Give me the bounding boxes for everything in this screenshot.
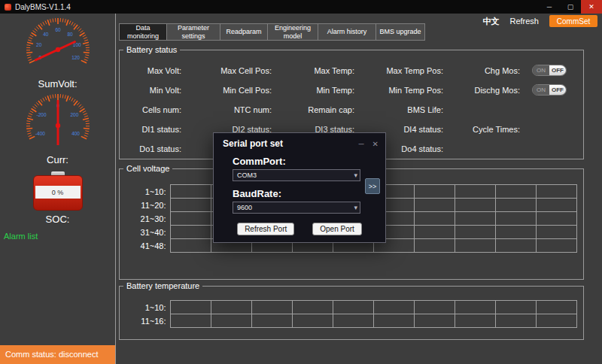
cell-voltage-cell (536, 185, 576, 199)
status-label-min-temp: Min Temp: (272, 80, 354, 100)
tab-parameter-settings[interactable]: Parameter settings (166, 23, 220, 41)
cell-voltage-cell (536, 239, 576, 253)
app-logo-icon (5, 4, 11, 11)
cell-voltage-cell (536, 212, 576, 226)
status-label-max-temp: Max Temp: (272, 61, 354, 80)
status-extra: ONOFF (520, 61, 583, 80)
battery-status-title: Battery status (123, 45, 180, 54)
cell-voltage-cell (495, 199, 536, 212)
tab-alarm-history[interactable]: Alarm history (318, 23, 376, 41)
cell-voltage-cell (495, 185, 536, 199)
cell-voltage-cell (455, 226, 495, 239)
commset-button[interactable]: CommSet (549, 15, 597, 27)
status-label-min-cell-pos: Min Cell Pos: (181, 80, 272, 100)
open-port-button[interactable]: Open Port (312, 223, 362, 235)
current-gauge: -400-2000200400 (11, 91, 105, 154)
tab-data-monitoring[interactable]: Data monitoring (119, 23, 167, 41)
status-label-max-temp-pos: Max Temp Pos: (354, 61, 443, 80)
cell-voltage-cell (495, 212, 536, 226)
battery-temperature-cell (170, 301, 211, 314)
refresh-button[interactable]: Refresh (509, 17, 539, 26)
status-extra: ONOFF (520, 80, 583, 100)
cell-voltage-cell (414, 199, 455, 212)
maximize-icon[interactable]: ▢ (560, 0, 581, 14)
cell-voltage-row-label: 21~30: (123, 212, 170, 226)
commport-select[interactable]: COM3 ▾ (233, 169, 360, 181)
battery-temperature-row: 11~16: (123, 314, 576, 328)
tab-engineering-model[interactable]: Engineering model (267, 23, 318, 41)
cell-voltage-cell (170, 212, 211, 226)
battery-temperature-table: 1~10:11~16: (123, 300, 577, 328)
svg-text:60: 60 (55, 27, 61, 32)
minimize-icon[interactable]: ─ (539, 0, 560, 14)
battery-temperature-cell (333, 314, 373, 328)
tab-bar: Data monitoringParameter settingsReadpar… (119, 23, 425, 41)
cell-voltage-cell (495, 226, 536, 239)
battery-temperature-cell (211, 301, 251, 314)
baudrate-select[interactable]: 9600 ▾ (233, 202, 360, 214)
battery-temperature-cell (536, 301, 576, 314)
battery-soc-icon: 0 % (33, 171, 83, 211)
status-label-ntc-num: NTC num: (181, 100, 272, 120)
dialog-minimize-icon[interactable]: ─ (359, 140, 364, 148)
sumvolt-gauge: 020406080100120 (11, 15, 105, 78)
battery-temperature-title: Battery temperature (123, 281, 202, 290)
battery-temperature-cell (170, 314, 211, 328)
status-label-min-volt: Min Volt: (120, 80, 181, 100)
alarm-list-label: Alarm list (4, 232, 38, 241)
battery-temperature-cell (495, 314, 536, 328)
sidebar: 020406080100120 SumVolt: -400-2000200400… (0, 14, 116, 364)
expand-button[interactable]: >> (365, 178, 380, 194)
cell-voltage-cell (414, 239, 455, 253)
refresh-port-button[interactable]: Refresh Port (237, 223, 294, 235)
chg-mos-toggle[interactable]: ONOFF (532, 65, 567, 76)
status-label-min-temp-pos: Min Temp Pos: (354, 80, 443, 100)
toggle-on-label: ON (533, 65, 549, 75)
battery-temperature-group: Battery temperature 1~10:11~16: (119, 286, 584, 340)
battery-temperature-cell (373, 301, 414, 314)
svg-text:80: 80 (67, 32, 73, 37)
status-label-cycle-times: Cycle Times: (443, 120, 520, 139)
battery-temperature-cell (536, 314, 576, 328)
battery-temperature-cell (495, 301, 536, 314)
svg-text:20: 20 (36, 42, 42, 47)
chevron-down-icon: ▾ (354, 202, 357, 213)
battery-temperature-cell (292, 301, 333, 314)
dischg-mos-toggle[interactable]: ONOFF (532, 84, 567, 96)
battery-temperature-row-label: 1~10: (123, 301, 170, 314)
cell-voltage-row-label: 11~20: (123, 199, 170, 212)
dialog-buttons: Refresh Port Open Port (214, 223, 385, 235)
status-spacer (443, 139, 520, 159)
battery-temperature-cell (455, 301, 495, 314)
battery-temperature-cell (414, 314, 455, 328)
cell-voltage-cell (536, 226, 576, 239)
close-icon[interactable]: ✕ (581, 0, 602, 14)
tab-bms-upgrade[interactable]: BMS upgrade (375, 23, 425, 41)
battery-temperature-cell (292, 314, 333, 328)
cell-voltage-cell (536, 199, 576, 212)
battery-temperature-cell (414, 301, 455, 314)
svg-text:40: 40 (43, 32, 49, 37)
status-label-max-volt: Max Volt: (120, 61, 181, 80)
commport-value: COM3 (237, 171, 257, 179)
cell-voltage-cell (455, 212, 495, 226)
dialog-close-icon[interactable]: ✕ (372, 140, 379, 148)
status-label-bms-life: BMS Life: (354, 100, 443, 120)
status-label-remain-cap: Remain cap: (272, 100, 354, 120)
baudrate-label: BaudRate: (233, 188, 385, 199)
cell-voltage-cell (455, 199, 495, 212)
cell-voltage-cell (414, 185, 455, 199)
status-label-do1-status: Do1 status: (120, 139, 181, 159)
cell-voltage-cell (455, 239, 495, 253)
battery-temperature-cell (455, 314, 495, 328)
status-label-di1-status: DI1 status: (120, 120, 181, 139)
toggle-on-label: ON (533, 85, 549, 95)
battery-temperature-cell (373, 314, 414, 328)
tab-readparam[interactable]: Readparam (220, 23, 268, 41)
cell-voltage-row-label: 41~48: (123, 239, 170, 253)
sumvolt-label: SumVolt: (38, 78, 77, 89)
status-extra (520, 139, 583, 159)
dialog-titlebar: Serial port set ─ ✕ (214, 133, 385, 149)
language-toggle[interactable]: 中文 (482, 16, 499, 27)
window-controls: ─ ▢ ✕ (539, 0, 602, 14)
